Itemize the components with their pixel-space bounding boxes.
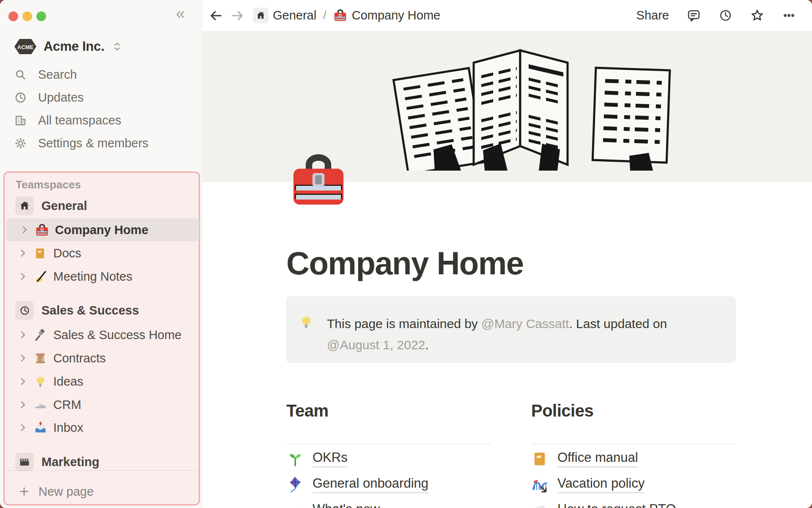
page-title[interactable]: Company Home bbox=[286, 245, 524, 282]
column-heading: Policies bbox=[531, 401, 736, 420]
kite-icon bbox=[286, 476, 304, 494]
teamspace-chip bbox=[15, 196, 34, 215]
page-link-label: Vacation policy bbox=[557, 476, 645, 493]
sidebar-item-label: Settings & members bbox=[38, 136, 148, 150]
chevron-right-icon[interactable] bbox=[17, 422, 28, 433]
orange-book-icon bbox=[33, 246, 47, 260]
clapper-board-icon bbox=[19, 456, 30, 468]
sidebar-page-company-home[interactable]: Company Home bbox=[6, 218, 199, 241]
clock-icon[interactable] bbox=[719, 8, 732, 22]
chevron-right-icon[interactable] bbox=[17, 399, 28, 410]
clock-icon bbox=[14, 91, 27, 104]
search-icon bbox=[14, 68, 27, 81]
page-icon-toolbox[interactable] bbox=[286, 151, 351, 211]
page-label: Meeting Notes bbox=[53, 270, 132, 284]
house-icon bbox=[19, 200, 30, 212]
house-icon bbox=[255, 10, 266, 21]
notion-window: « Acme Inc. Search Updates All teamspace… bbox=[0, 0, 812, 508]
cloud-icon bbox=[531, 502, 549, 508]
main-area: General / Company Home Share bbox=[202, 0, 812, 508]
new-page-button[interactable]: New page bbox=[5, 480, 199, 503]
page-label: Ideas bbox=[53, 375, 83, 389]
workspace-name: Acme Inc. bbox=[44, 39, 104, 54]
minimize-window-button[interactable] bbox=[22, 11, 32, 21]
sidebar-item-label: Updates bbox=[38, 91, 84, 105]
share-button[interactable]: Share bbox=[636, 8, 669, 22]
breadcrumb-separator: / bbox=[323, 9, 326, 22]
callout-block[interactable]: This page is maintained by @Mary Cassatt… bbox=[286, 296, 736, 363]
page-link-label: Office manual bbox=[557, 450, 638, 467]
sidebar-teamspace-sales-success[interactable]: Sales & Success bbox=[5, 299, 199, 322]
sidebar-page-ideas[interactable]: Ideas bbox=[5, 370, 199, 393]
teamspace-chip bbox=[15, 301, 34, 320]
chevron-up-down-icon bbox=[111, 40, 123, 53]
sidebar-page-crm[interactable]: CRM bbox=[5, 393, 199, 416]
plus-icon bbox=[18, 486, 30, 497]
page-label: Inbox bbox=[53, 421, 83, 435]
sidebar-item-label: Search bbox=[38, 68, 77, 82]
sidebar-teamspace-marketing[interactable]: Marketing bbox=[5, 450, 199, 473]
back-arrow-icon[interactable] bbox=[209, 8, 223, 23]
page-link-label: How to request PTO bbox=[557, 502, 676, 508]
sidebar-item-search[interactable]: Search bbox=[0, 63, 202, 86]
breadcrumb-current-label[interactable]: Company Home bbox=[352, 8, 441, 22]
page-label: Company Home bbox=[55, 223, 148, 237]
page-link-general-onboarding[interactable]: General onboarding bbox=[286, 472, 428, 497]
sidebar-page-inbox[interactable]: Inbox bbox=[5, 416, 199, 439]
writing-hand-icon bbox=[33, 270, 47, 284]
page-link-label: What's new bbox=[313, 502, 380, 508]
page-link-label: General onboarding bbox=[313, 476, 428, 493]
forward-arrow-icon[interactable] bbox=[230, 8, 244, 23]
page-link-okrs[interactable]: OKRs bbox=[286, 447, 348, 471]
scroll-icon bbox=[33, 351, 47, 365]
roller-coaster-icon bbox=[531, 476, 549, 494]
page-label: Contracts bbox=[53, 351, 106, 365]
sidebar-page-meeting-notes[interactable]: Meeting Notes bbox=[5, 265, 199, 288]
sidebar-divider bbox=[5, 470, 199, 471]
page-link-office-manual[interactable]: Office manual bbox=[531, 447, 638, 471]
toolbox-icon bbox=[333, 8, 347, 22]
person-mention[interactable]: @Mary Cassatt bbox=[481, 317, 569, 331]
heading-divider bbox=[286, 444, 491, 444]
workspace-switcher[interactable]: Acme Inc. bbox=[0, 36, 202, 57]
ellipsis-icon[interactable] bbox=[782, 8, 796, 22]
page-link-request-pto[interactable]: How to request PTO bbox=[531, 498, 676, 508]
toolbox-icon bbox=[35, 223, 49, 237]
close-window-button[interactable] bbox=[8, 11, 18, 21]
zoom-window-button[interactable] bbox=[36, 11, 46, 21]
teamspaces-highlight-box: Teamspaces General Company Home Docs Mee… bbox=[3, 171, 200, 505]
breadcrumb-root-label[interactable]: General bbox=[273, 8, 316, 22]
teamspace-label: Sales & Success bbox=[41, 304, 139, 318]
chevron-right-icon[interactable] bbox=[17, 248, 28, 259]
callout-text: This page is maintained by @Mary Cassatt… bbox=[327, 313, 719, 363]
chevron-right-icon[interactable] bbox=[19, 224, 30, 235]
collapse-sidebar-icon[interactable]: « bbox=[176, 6, 185, 22]
sidebar-item-settings[interactable]: Settings & members bbox=[0, 132, 202, 155]
breadcrumb-general[interactable] bbox=[253, 8, 269, 23]
topbar: General / Company Home Share bbox=[202, 0, 812, 31]
page-link-whats-new[interactable]: What's new bbox=[286, 498, 380, 508]
building-icon bbox=[14, 114, 27, 127]
chevron-right-icon[interactable] bbox=[17, 353, 28, 364]
gear-icon bbox=[14, 137, 27, 150]
star-icon[interactable] bbox=[750, 8, 764, 22]
chevron-right-icon[interactable] bbox=[17, 329, 28, 340]
sidebar-page-docs[interactable]: Docs bbox=[5, 242, 199, 265]
acme-logo-icon bbox=[14, 38, 37, 55]
page-label: Sales & Success Home bbox=[53, 328, 181, 342]
newspapers-illustration bbox=[359, 39, 672, 171]
sidebar-page-sales-success-home[interactable]: Sales & Success Home bbox=[5, 323, 199, 346]
column-heading: Team bbox=[286, 401, 491, 420]
date-mention[interactable]: @August 1, 2022 bbox=[327, 338, 425, 352]
inbox-tray-icon bbox=[33, 421, 47, 435]
page-link-vacation-policy[interactable]: Vacation policy bbox=[531, 472, 645, 497]
comment-icon[interactable] bbox=[687, 8, 701, 22]
chevron-right-icon[interactable] bbox=[17, 376, 28, 387]
sidebar-teamspace-general[interactable]: General bbox=[5, 194, 199, 217]
sidebar-page-contracts[interactable]: Contracts bbox=[5, 347, 199, 370]
sidebar-item-updates[interactable]: Updates bbox=[0, 86, 202, 109]
lightbulb-icon bbox=[298, 314, 314, 330]
sidebar-item-all-teamspaces[interactable]: All teamspaces bbox=[0, 109, 202, 132]
teamspace-label: General bbox=[41, 199, 87, 213]
chevron-right-icon[interactable] bbox=[17, 271, 28, 282]
